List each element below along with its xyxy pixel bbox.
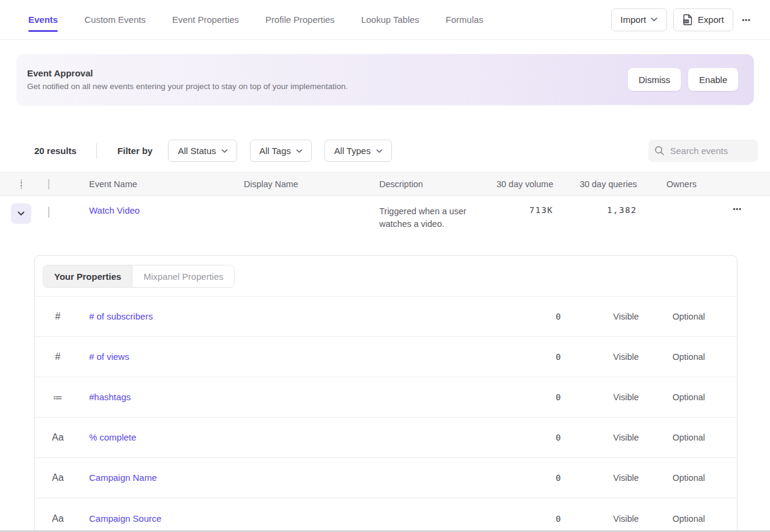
property-row: # # of subscribers 0 Visible Optional — [35, 297, 737, 337]
status-filter-label: All Status — [178, 146, 216, 156]
column-30-day-queries: 30 day queries — [553, 179, 637, 189]
tab-mixpanel-properties[interactable]: Mixpanel Properties — [132, 265, 234, 287]
property-requirement: Optional — [639, 352, 705, 362]
column-display-name: Display Name — [244, 179, 379, 189]
results-count: 20 results — [34, 146, 76, 156]
column-event-name: Event Name — [89, 179, 244, 189]
property-count: 0 — [534, 514, 562, 524]
import-button[interactable]: Import — [611, 8, 668, 31]
property-requirement: Optional — [639, 392, 705, 402]
tab-lookup-tables[interactable]: Lookup Tables — [361, 0, 419, 39]
property-visibility: Visible — [562, 473, 639, 483]
property-requirement: Optional — [639, 312, 705, 321]
column-30-day-volume: 30 day volume — [494, 179, 553, 189]
property-name-link[interactable]: # of subscribers — [89, 311, 153, 321]
property-visibility: Visible — [562, 352, 639, 362]
filter-by-label: Filter by — [117, 146, 152, 156]
property-name-link[interactable]: Campaign Name — [89, 472, 157, 483]
property-count: 0 — [534, 473, 562, 483]
top-nav-bar: Events Custom Events Event Properties Pr… — [0, 0, 770, 40]
tab-event-properties[interactable]: Event Properties — [172, 0, 239, 39]
search-input[interactable] — [670, 146, 748, 156]
property-row: ≔ #hashtags 0 Visible Optional — [35, 377, 737, 418]
property-visibility: Visible — [562, 433, 639, 442]
banner-description: Get notified on all new events entering … — [27, 82, 348, 91]
search-box[interactable] — [648, 140, 758, 162]
banner-title: Event Approval — [27, 68, 348, 78]
divider — [96, 143, 97, 159]
column-description: Description — [379, 179, 494, 189]
types-filter-dropdown[interactable]: All Types — [324, 140, 392, 162]
export-button-label: Export — [698, 14, 724, 25]
search-icon — [654, 146, 665, 156]
text-type-icon: Aa — [51, 472, 65, 483]
tags-filter-label: All Tags — [259, 146, 291, 156]
property-name-link[interactable]: Campaign Source — [89, 513, 161, 524]
property-name-link[interactable]: # of views — [89, 351, 129, 362]
number-type-icon: # — [51, 311, 65, 322]
row-overflow-menu-icon[interactable]: ••• — [730, 202, 744, 216]
svg-text:csv: csv — [684, 20, 689, 23]
collapse-all-icon[interactable]: ↓ ↑ — [19, 179, 23, 190]
chevron-down-icon — [296, 149, 302, 153]
types-filter-label: All Types — [334, 146, 371, 156]
tab-formulas[interactable]: Formulas — [446, 0, 483, 39]
properties-panel: Your Properties Mixpanel Properties # # … — [34, 255, 737, 532]
lexicon-tabs: Events Custom Events Event Properties Pr… — [28, 0, 483, 39]
property-visibility: Visible — [562, 312, 639, 321]
list-type-icon: ≔ — [51, 392, 65, 403]
property-visibility: Visible — [562, 392, 639, 402]
properties-tabs: Your Properties Mixpanel Properties — [35, 256, 737, 297]
event-approval-banner: Event Approval Get notified on all new e… — [17, 54, 754, 105]
property-row: Aa Campaign Source 0 Visible Optional — [35, 498, 737, 532]
table-header: ↓ ↑ Event Name Display Name Description … — [0, 172, 770, 196]
row-expander-button[interactable] — [11, 203, 31, 224]
banner-text: Event Approval Get notified on all new e… — [27, 68, 348, 91]
property-visibility: Visible — [562, 514, 639, 524]
property-row: # # of views 0 Visible Optional — [35, 337, 737, 377]
tab-custom-events[interactable]: Custom Events — [84, 0, 146, 39]
chevron-down-icon — [222, 149, 228, 153]
banner-actions: Dismiss Enable — [628, 68, 738, 91]
select-all-checkbox[interactable] — [48, 179, 49, 190]
chevron-down-icon — [376, 149, 382, 153]
event-name-link[interactable]: Watch Video — [89, 205, 140, 215]
number-type-icon: # — [51, 351, 65, 362]
tab-profile-properties[interactable]: Profile Properties — [265, 0, 335, 39]
queries-cell: 1,382 — [553, 205, 637, 215]
description-cell: Triggered when a user watches a video. — [379, 206, 467, 229]
column-owners: Owners — [666, 179, 709, 189]
property-requirement: Optional — [639, 473, 705, 483]
property-count: 0 — [534, 352, 562, 362]
property-requirement: Optional — [639, 433, 705, 442]
volume-cell: 713K — [494, 205, 553, 215]
row-checkbox[interactable] — [48, 206, 49, 218]
export-button[interactable]: csv Export — [673, 8, 733, 31]
table-row: Watch Video Triggered when a user watche… — [0, 196, 770, 248]
property-row: Aa % complete 0 Visible Optional — [35, 418, 737, 458]
dismiss-button[interactable]: Dismiss — [628, 68, 682, 91]
topbar-actions: Import csv Export ••• — [611, 8, 753, 31]
csv-file-icon: csv — [683, 14, 693, 25]
text-type-icon: Aa — [51, 513, 65, 524]
filter-bar: 20 results Filter by All Status All Tags… — [34, 140, 758, 162]
property-count: 0 — [534, 312, 562, 321]
property-name-link[interactable]: % complete — [89, 432, 136, 442]
overflow-menu-icon[interactable]: ••• — [739, 13, 753, 27]
property-row: Aa Campaign Name 0 Visible Optional — [35, 458, 737, 498]
import-button-label: Import — [621, 14, 647, 25]
chevron-down-icon — [651, 17, 657, 22]
property-name-link[interactable]: #hashtags — [89, 392, 131, 402]
enable-button[interactable]: Enable — [688, 68, 738, 91]
text-type-icon: Aa — [51, 432, 65, 443]
tab-events[interactable]: Events — [28, 0, 58, 39]
property-count: 0 — [534, 433, 562, 442]
arrow-up-icon: ↑ — [19, 184, 23, 190]
status-filter-dropdown[interactable]: All Status — [168, 140, 237, 162]
property-count: 0 — [534, 392, 562, 402]
property-requirement: Optional — [639, 514, 705, 524]
tags-filter-dropdown[interactable]: All Tags — [250, 140, 312, 162]
tab-your-properties[interactable]: Your Properties — [43, 265, 132, 287]
